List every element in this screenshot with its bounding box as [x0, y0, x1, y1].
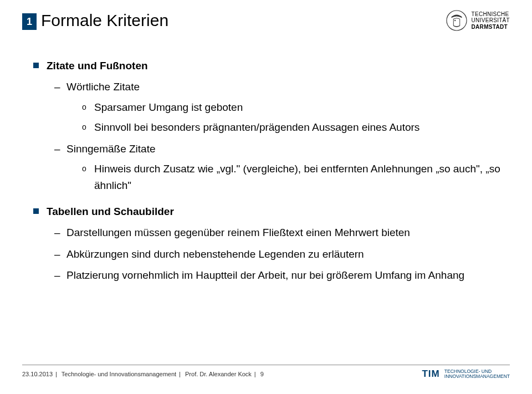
dash-label: Wörtliche Zitate: [66, 81, 140, 93]
bullet-label: Zitate und Fußnoten: [47, 60, 148, 71]
circ-item: Sparsamer Umgang ist geboten: [82, 99, 510, 116]
section-number: 1: [22, 13, 37, 30]
circ-item: Sinnvoll bei besonders prägnanten/prägen…: [82, 119, 510, 136]
university-logo: TECHNISCHE UNIVERSITÄT DARMSTADT: [446, 10, 510, 31]
svg-point-0: [447, 11, 467, 30]
content: Zitate und Fußnoten Wörtliche Zitate Spa…: [33, 58, 510, 284]
uni-line3: DARMSTADT: [472, 24, 510, 30]
bullet-tabellen: Tabellen und Schaubilder Darstellungen m…: [33, 203, 510, 284]
dash-woertliche: Wörtliche Zitate Sparsamer Umgang ist ge…: [54, 79, 510, 136]
square-bullet-icon: [33, 208, 39, 214]
bullet-label: Tabellen und Schaubilder: [47, 206, 174, 217]
dash-item: Darstellungen müssen gegenüber reinem Fl…: [54, 224, 510, 241]
footer-date: 23.10.2013: [22, 371, 53, 377]
footer-page: 9: [260, 371, 264, 377]
uni-line1: TECHNISCHE: [472, 11, 510, 18]
athena-icon: [446, 10, 467, 31]
footer-author: Prof. Dr. Alexander Kock: [185, 371, 252, 377]
dash-item: Platzierung vornehmlich im Hauptteil der…: [54, 267, 510, 284]
dash-label: Sinngemäße Zitate: [66, 143, 156, 155]
dash-sinngemaesse: Sinngemäße Zitate Hinweis durch Zusatz w…: [54, 141, 510, 195]
footer: 23.10.2013| Technologie- und Innovations…: [22, 365, 510, 380]
circ-item: Hinweis durch Zusatz wie „vgl." (verglei…: [82, 161, 510, 195]
title-row: 1 Formale Kriterien: [22, 11, 510, 30]
university-name: TECHNISCHE UNIVERSITÄT DARMSTADT: [472, 11, 510, 30]
tim-logo: TIM: [422, 369, 439, 380]
tim-line2: INNOVATIONSMANAGEMENT: [444, 374, 510, 379]
footer-left: 23.10.2013| Technologie- und Innovations…: [22, 371, 264, 377]
footer-dept: Technologie- und Innovationsmanagement: [62, 371, 176, 377]
footer-rule: [22, 365, 510, 365]
dash-item: Abkürzungen sind durch nebenstehende Leg…: [54, 246, 510, 263]
uni-line2: UNIVERSITÄT: [472, 17, 510, 24]
square-bullet-icon: [33, 63, 39, 68]
svg-point-1: [454, 20, 456, 21]
footer-right: TIM TECHNOLOGIE- UND INNOVATIONSMANAGEME…: [422, 369, 510, 380]
page-title: Formale Kriterien: [41, 11, 168, 30]
slide: TECHNISCHE UNIVERSITÄT DARMSTADT 1 Forma…: [0, 0, 532, 394]
tim-text: TECHNOLOGIE- UND INNOVATIONSMANAGEMENT: [444, 369, 510, 380]
bullet-zitate: Zitate und Fußnoten Wörtliche Zitate Spa…: [33, 58, 510, 195]
